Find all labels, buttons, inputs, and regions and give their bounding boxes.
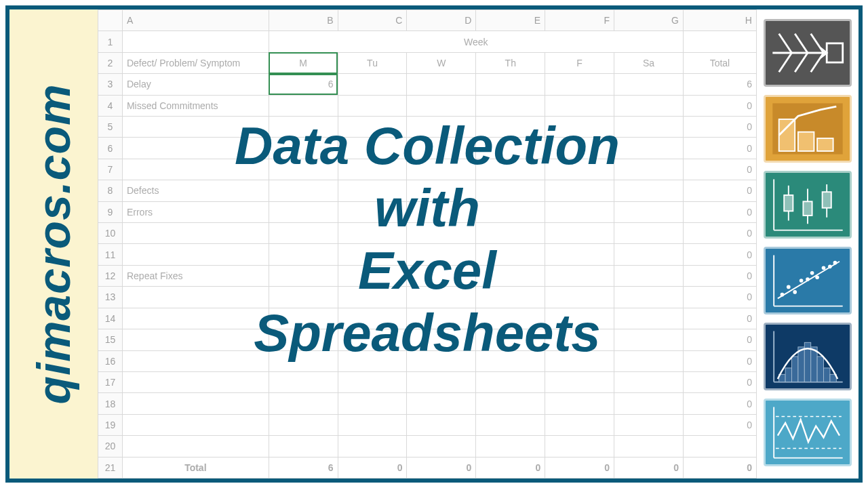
cell-b[interactable] xyxy=(269,180,338,201)
corner-cell[interactable] xyxy=(98,10,123,31)
cell-f[interactable] xyxy=(545,265,614,286)
cell-c[interactable] xyxy=(338,159,407,180)
row-header[interactable]: 11 xyxy=(98,244,123,265)
cell-b[interactable] xyxy=(269,138,338,159)
cell-c[interactable] xyxy=(338,393,407,414)
cell-b[interactable] xyxy=(269,223,338,244)
cell-g[interactable] xyxy=(614,74,684,95)
cell-b[interactable] xyxy=(269,436,338,457)
cell-a[interactable] xyxy=(122,138,269,159)
col-header-B[interactable]: B xyxy=(269,10,338,31)
cell-e[interactable] xyxy=(476,329,545,350)
cell-a[interactable] xyxy=(122,244,269,265)
cell-g[interactable] xyxy=(614,393,684,414)
cell-b[interactable]: 6 xyxy=(269,74,338,95)
header-Tu[interactable]: Tu xyxy=(338,52,407,73)
row-header[interactable]: 17 xyxy=(98,371,123,392)
row-header[interactable]: 15 xyxy=(98,329,123,350)
cell-e[interactable] xyxy=(476,287,545,308)
header-W[interactable]: W xyxy=(407,52,476,73)
row-header[interactable]: 21 xyxy=(98,457,123,478)
cell-a[interactable] xyxy=(122,223,269,244)
cell-c[interactable] xyxy=(338,329,407,350)
row-header[interactable]: 5 xyxy=(98,117,123,138)
cell-b[interactable] xyxy=(269,414,338,435)
cell[interactable] xyxy=(122,31,269,52)
cell-f[interactable] xyxy=(545,159,614,180)
cell-c[interactable] xyxy=(338,223,407,244)
cell-b[interactable] xyxy=(269,95,338,116)
cell-f[interactable] xyxy=(545,308,614,329)
cell-c[interactable] xyxy=(338,138,407,159)
cell-c[interactable] xyxy=(338,287,407,308)
cell-d[interactable] xyxy=(407,436,476,457)
cell-c[interactable] xyxy=(338,74,407,95)
cell-g[interactable] xyxy=(614,414,684,435)
row-header[interactable]: 12 xyxy=(98,265,123,286)
row-header[interactable]: 6 xyxy=(98,138,123,159)
cell-g[interactable] xyxy=(614,265,684,286)
cell-c[interactable] xyxy=(338,350,407,371)
cell-a[interactable] xyxy=(122,308,269,329)
cell-g[interactable] xyxy=(614,329,684,350)
row-header[interactable]: 13 xyxy=(98,287,123,308)
cell-a[interactable]: Repeat Fixes xyxy=(122,265,269,286)
cell-b[interactable] xyxy=(269,393,338,414)
cell-c[interactable] xyxy=(338,95,407,116)
cell-h[interactable]: 0 xyxy=(683,138,756,159)
cell-e[interactable] xyxy=(476,223,545,244)
row-header[interactable]: 10 xyxy=(98,223,123,244)
cell-h[interactable]: 0 xyxy=(683,117,756,138)
total-Tu[interactable]: 0 xyxy=(338,457,407,478)
header-Total[interactable]: Total xyxy=(683,52,756,73)
cell-d[interactable] xyxy=(407,159,476,180)
cell-f[interactable] xyxy=(545,138,614,159)
cell-d[interactable] xyxy=(407,138,476,159)
col-header-D[interactable]: D xyxy=(407,10,476,31)
cell-b[interactable] xyxy=(269,287,338,308)
cell-e[interactable] xyxy=(476,138,545,159)
spreadsheet-grid[interactable]: A B C D E F G H 1 Week 2 Defect/ Problem… xyxy=(98,9,757,479)
cell-c[interactable] xyxy=(338,244,407,265)
cell-a[interactable]: Missed Commitments xyxy=(122,95,269,116)
cell-d[interactable] xyxy=(407,393,476,414)
col-header-E[interactable]: E xyxy=(476,10,545,31)
cell-g[interactable] xyxy=(614,371,684,392)
cell-g[interactable] xyxy=(614,223,684,244)
total-F[interactable]: 0 xyxy=(545,457,614,478)
cell-b[interactable] xyxy=(269,350,338,371)
cell-g[interactable] xyxy=(614,117,684,138)
cell-h[interactable]: 0 xyxy=(683,159,756,180)
header-Th[interactable]: Th xyxy=(476,52,545,73)
header-Sa[interactable]: Sa xyxy=(614,52,684,73)
cell-c[interactable] xyxy=(338,180,407,201)
cell-d[interactable] xyxy=(407,265,476,286)
cell-a[interactable] xyxy=(122,350,269,371)
row-header[interactable]: 16 xyxy=(98,350,123,371)
col-header-G[interactable]: G xyxy=(614,10,684,31)
week-header-cell[interactable]: Week xyxy=(269,31,683,52)
cell-d[interactable] xyxy=(407,244,476,265)
cell-h[interactable]: 0 xyxy=(683,223,756,244)
cell-f[interactable] xyxy=(545,117,614,138)
cell-h[interactable]: 0 xyxy=(683,393,756,414)
cell-b[interactable] xyxy=(269,329,338,350)
cell-d[interactable] xyxy=(407,371,476,392)
cell-c[interactable] xyxy=(338,414,407,435)
row-header[interactable]: 2 xyxy=(98,52,123,73)
cell-d[interactable] xyxy=(407,117,476,138)
cell-f[interactable] xyxy=(545,180,614,201)
cell-e[interactable] xyxy=(476,436,545,457)
cell-h[interactable]: 0 xyxy=(683,287,756,308)
cell-g[interactable] xyxy=(614,436,684,457)
cell-c[interactable] xyxy=(338,117,407,138)
row-header[interactable]: 3 xyxy=(98,74,123,95)
cell-a[interactable] xyxy=(122,159,269,180)
cell-d[interactable] xyxy=(407,201,476,222)
header-defect[interactable]: Defect/ Problem/ Symptom xyxy=(122,52,269,73)
cell-f[interactable] xyxy=(545,393,614,414)
cell-d[interactable] xyxy=(407,308,476,329)
row-header[interactable]: 1 xyxy=(98,31,123,52)
col-header-C[interactable]: C xyxy=(338,10,407,31)
cell-c[interactable] xyxy=(338,371,407,392)
